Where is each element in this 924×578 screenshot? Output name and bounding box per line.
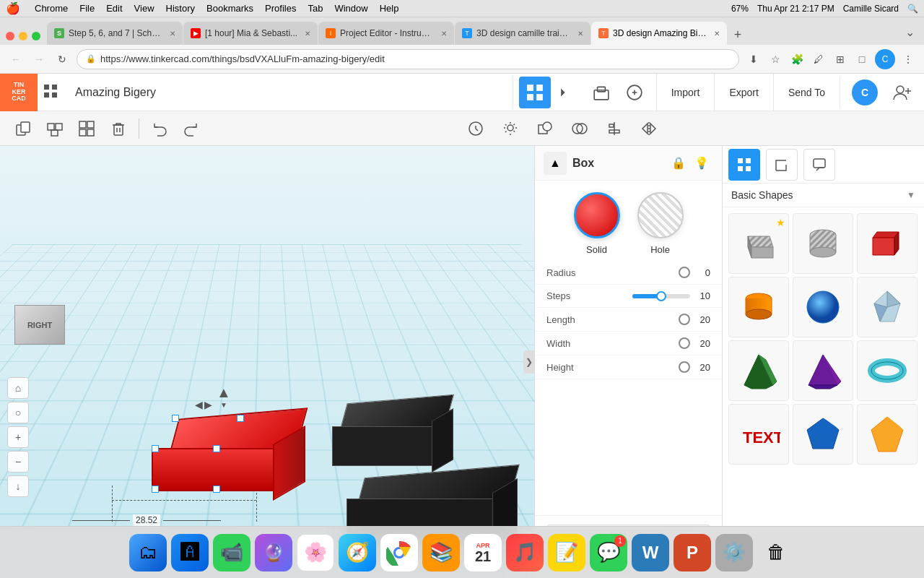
dock-finder[interactable]: 🗂 <box>129 534 167 571</box>
dock-siri[interactable]: 🔮 <box>255 534 292 571</box>
dock-messages[interactable]: 💬 1 <box>590 534 627 571</box>
user-avatar-icon[interactable]: C <box>852 79 878 105</box>
dock-calendar[interactable]: APR 21 <box>464 534 502 571</box>
tab-close-4[interactable]: ✕ <box>578 30 583 38</box>
close-window-btn[interactable] <box>6 32 14 40</box>
menu-edit[interactable]: Edit <box>106 3 122 14</box>
width-circle[interactable] <box>679 337 690 349</box>
profile-avatar[interactable]: C <box>875 49 895 69</box>
grid-view-icon[interactable] <box>519 77 551 108</box>
shape-intersect-tool[interactable] <box>565 114 594 143</box>
handle-bm[interactable] <box>213 486 220 493</box>
dock-music[interactable]: 🎵 <box>506 534 544 571</box>
dock-notes[interactable]: 📝 <box>548 534 585 571</box>
shape-box-red[interactable] <box>857 213 918 274</box>
tinkercad-logo[interactable]: TINKERCAD <box>0 74 38 111</box>
bookmark-btn[interactable]: ☆ <box>767 51 784 68</box>
menu-view[interactable]: View <box>134 3 154 14</box>
shape-diamond-yellow[interactable] <box>857 404 918 465</box>
download-btn[interactable]: ⬇ <box>745 51 762 68</box>
menu-window[interactable]: Window <box>334 3 367 14</box>
panel-collapse-arrow[interactable]: ❯ <box>523 350 535 374</box>
solid-type[interactable]: Solid <box>574 192 620 255</box>
maximize-window-btn[interactable] <box>32 32 40 40</box>
menu-history[interactable]: History <box>166 3 195 14</box>
shape-text-red[interactable]: TEXT <box>728 404 789 465</box>
menu-user[interactable]: Camille Sicard <box>843 4 899 14</box>
shape-subtract-tool[interactable] <box>531 114 559 143</box>
import-button[interactable]: Import <box>656 74 715 111</box>
dock-facetime[interactable]: 📹 <box>213 534 250 571</box>
shapes-grid-view-btn[interactable] <box>728 149 760 181</box>
panel-lock-icon[interactable]: 🔒 <box>667 152 690 175</box>
shape-pyramid-purple[interactable] <box>793 340 853 401</box>
shape-cylinder-gray[interactable] <box>793 213 853 274</box>
panel-collapse-btn[interactable]: ▲ <box>544 152 567 175</box>
black-box-1[interactable] <box>332 399 448 471</box>
tab-train[interactable]: T 3D design camille train | T... ✕ <box>455 22 590 45</box>
panel-info-icon[interactable]: 💡 <box>690 152 713 175</box>
length-circle[interactable] <box>679 314 690 325</box>
dock-word[interactable]: W <box>632 534 669 571</box>
align-tool[interactable] <box>600 114 629 143</box>
forward-button[interactable]: → <box>30 51 48 68</box>
handle-mm[interactable] <box>213 445 220 452</box>
group-tool[interactable] <box>40 114 69 143</box>
sendto-button[interactable]: Send To <box>773 74 840 111</box>
tab-close-1[interactable]: ✕ <box>170 30 175 38</box>
shapes-chat-btn[interactable] <box>803 149 835 181</box>
apple-menu[interactable]: 🍎 <box>6 1 20 15</box>
shapes-corner-view-btn[interactable] <box>766 149 798 181</box>
radius-circle[interactable] <box>679 267 690 278</box>
extensions-btn[interactable]: ⊞ <box>832 51 849 68</box>
tab-project[interactable]: I Project Editor - Instructab... ✕ <box>318 22 454 45</box>
dock-books[interactable]: 📚 <box>422 534 460 571</box>
extension-btn[interactable]: 🧩 <box>788 51 806 68</box>
undo-tool[interactable] <box>145 114 174 143</box>
export-button[interactable]: Export <box>714 74 772 111</box>
category-dropdown-icon[interactable]: ▼ <box>907 190 915 200</box>
mirror-tool[interactable] <box>635 114 663 143</box>
shape-sphere-blue[interactable] <box>793 277 853 337</box>
light-tool[interactable] <box>496 114 525 143</box>
handle-tl[interactable] <box>172 415 179 422</box>
tab-mia[interactable]: ▶ [1 hour] Mia & Sebasti... ✕ <box>183 22 318 45</box>
tab-close-5[interactable]: ✕ <box>714 30 720 38</box>
back-button[interactable]: ← <box>7 51 25 68</box>
dock-appstore[interactable]: 🅰 <box>171 534 209 571</box>
solid-button[interactable] <box>574 192 620 238</box>
url-bar[interactable]: 🔒 https://www.tinkercad.com/things/bsdVX… <box>77 49 739 69</box>
handle-ml[interactable] <box>152 445 159 452</box>
menu-profiles[interactable]: Profiles <box>265 3 296 14</box>
menu-help[interactable]: Help <box>380 3 399 14</box>
new-tab-button[interactable]: + <box>728 25 748 45</box>
sim-view-icon[interactable] <box>619 77 650 108</box>
dock-chrome[interactable] <box>380 534 418 571</box>
dock-safari[interactable]: 🧭 <box>339 534 376 571</box>
delete-tool[interactable] <box>104 114 133 143</box>
shape-pyramid-green[interactable] <box>728 340 789 401</box>
shape-pentagon-blue[interactable] <box>793 404 853 465</box>
duplicate-tool[interactable] <box>9 114 38 143</box>
extension2-btn[interactable]: 🖊 <box>810 51 827 68</box>
height-circle[interactable] <box>679 361 690 373</box>
reading-btn[interactable]: □ <box>853 51 871 68</box>
code-view-icon[interactable] <box>552 77 584 108</box>
annotation-tool[interactable] <box>461 114 490 143</box>
dock-preferences[interactable]: ⚙️ <box>715 534 753 571</box>
dock-powerpoint[interactable]: P <box>674 534 711 571</box>
add-user-button[interactable] <box>886 77 918 108</box>
hole-button[interactable] <box>637 192 684 238</box>
dock-photos[interactable]: 🌸 <box>297 534 334 571</box>
blocks-view-icon[interactable] <box>585 77 617 108</box>
minimize-window-btn[interactable] <box>19 32 27 40</box>
shape-torus-cyan[interactable] <box>857 340 918 401</box>
tab-list-btn[interactable]: ⌄ <box>901 23 918 40</box>
menu-chrome[interactable]: Chrome <box>35 3 68 14</box>
menu-search-icon[interactable]: 🔍 <box>907 4 918 14</box>
steps-slider-thumb[interactable] <box>656 291 666 301</box>
hole-type[interactable]: Hole <box>637 192 684 255</box>
menu-bookmarks[interactable]: Bookmarks <box>206 3 253 14</box>
steps-slider[interactable] <box>632 294 690 298</box>
handle-bl[interactable] <box>152 486 159 493</box>
